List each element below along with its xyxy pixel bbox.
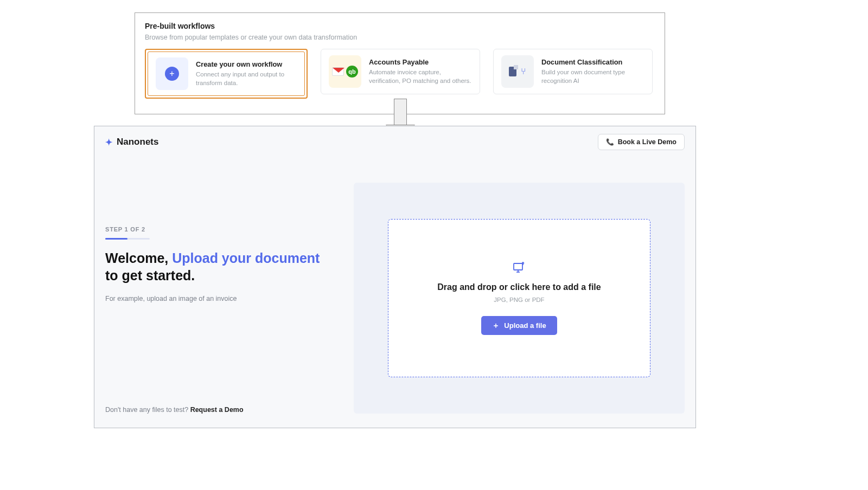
welcome-prefix: Welcome,	[105, 250, 172, 266]
workflow-card-accounts-payable[interactable]: qb Accounts Payable Automate invoice cap…	[321, 49, 480, 94]
workflows-section-title: Pre-built workflows	[145, 22, 655, 30]
plus-icon: ＋	[492, 321, 500, 329]
plus-circle-icon: +	[156, 57, 188, 90]
workflow-card-doc-classification[interactable]: ⑂ Document Classification Build your own…	[493, 49, 653, 94]
gmail-quickbooks-icon: qb	[329, 55, 361, 88]
step-indicator: STEP 1 OF 2	[105, 226, 344, 233]
workflow-card-title: Document Classification	[541, 58, 644, 66]
workflow-card-desc: Build your own document type recognition…	[541, 68, 644, 85]
upload-monitor-icon	[513, 262, 526, 277]
book-demo-button[interactable]: 📞 Book a Live Demo	[598, 134, 685, 150]
workflow-card-highlight: + Create your own workflow Connect any i…	[145, 49, 308, 99]
file-dropzone[interactable]: Drag and drop or click here to add a fil…	[388, 219, 650, 377]
welcome-heading: Welcome, Upload your document to get sta…	[105, 249, 322, 284]
app-header: ✦ Nanonets 📞 Book a Live Demo	[94, 126, 695, 150]
workflow-card-desc: Automate invoice capture, verification, …	[369, 68, 472, 85]
workflows-section-subtitle: Browse from popular templates or create …	[145, 34, 655, 41]
footer-hint: Don't have any files to test? Request a …	[105, 406, 244, 414]
workflow-card-title: Accounts Payable	[369, 58, 472, 66]
footer-prefix: Don't have any files to test?	[105, 406, 190, 414]
progress-bar	[105, 238, 150, 240]
nanonets-mark-icon: ✦	[105, 137, 112, 147]
request-demo-link[interactable]: Request a Demo	[190, 406, 244, 414]
brand-name: Nanonets	[117, 137, 158, 147]
dropzone-subtitle: JPG, PNG or PDF	[494, 296, 544, 303]
workflow-card-title: Create your own workflow	[196, 60, 297, 68]
workflow-card-create-own[interactable]: + Create your own workflow Connect any i…	[148, 52, 304, 95]
svg-rect-0	[514, 263, 522, 270]
dropzone-title: Drag and drop or click here to add a fil…	[437, 282, 601, 292]
brand-logo: ✦ Nanonets	[105, 137, 158, 147]
book-demo-label: Book a Live Demo	[618, 138, 676, 146]
upload-area-container: Drag and drop or click here to add a fil…	[354, 183, 685, 414]
onboarding-left-column: STEP 1 OF 2 Welcome, Upload your documen…	[105, 150, 344, 414]
welcome-highlight: Upload your document	[172, 250, 320, 266]
document-branch-icon: ⑂	[501, 55, 534, 88]
progress-bar-fill	[105, 238, 127, 240]
upload-file-label: Upload a file	[504, 321, 546, 330]
workflow-card-desc: Connect any input and output to transfor…	[196, 70, 297, 87]
welcome-suffix: to get started.	[105, 268, 195, 283]
upload-file-button[interactable]: ＋ Upload a file	[481, 316, 557, 335]
phone-icon: 📞	[606, 138, 614, 146]
upload-app-panel: ✦ Nanonets 📞 Book a Live Demo STEP 1 OF …	[94, 126, 696, 428]
example-hint: For example, upload an image of an invoi…	[105, 295, 344, 302]
workflow-card-row: + Create your own workflow Connect any i…	[145, 49, 655, 99]
